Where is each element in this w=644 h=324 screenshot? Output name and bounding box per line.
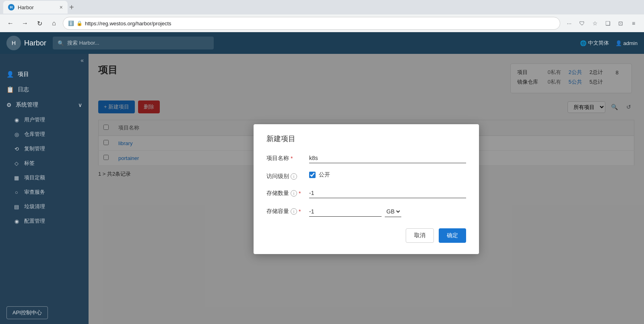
- browser-tab[interactable]: H Harbor ×: [3, 1, 68, 14]
- more-options-button[interactable]: ···: [564, 18, 575, 29]
- bookmark-button[interactable]: ☆: [589, 18, 601, 29]
- new-tab-button[interactable]: +: [69, 3, 74, 12]
- toolbar-actions: ··· 🛡 ☆ ❏ ⊡ ≡: [564, 18, 639, 29]
- storage-limit-info-icon[interactable]: i: [291, 190, 297, 197]
- form-row-storage-capacity: 存储容量 i * KB MB GB TB: [266, 206, 466, 217]
- lock-icon: 🔒: [76, 21, 83, 26]
- sidebar-item-project-quota[interactable]: ▦ 项目定额: [0, 170, 89, 185]
- sidebar-collapse-button[interactable]: «: [0, 54, 89, 67]
- sidebar-item-config[interactable]: ◉ 配置管理: [0, 214, 89, 228]
- storage-unit-select[interactable]: KB MB GB TB: [385, 206, 401, 217]
- sidebar: « 👤 项目 📋 日志 ⚙ 系统管理 ∨ ◉: [0, 54, 89, 324]
- projects-icon: 👤: [6, 71, 14, 78]
- storage-limit-input[interactable]: [309, 188, 466, 198]
- tab-title: Harbor: [18, 4, 56, 10]
- logs-icon: 📋: [6, 86, 14, 93]
- api-btn-container: API控制中心: [0, 301, 89, 324]
- project-name-input[interactable]: [309, 153, 466, 163]
- harbor-logo: H Harbor: [6, 36, 46, 50]
- app-shell: H Harbor 🔍 搜索 Harbor... 🌐 中文简体 👤 admin «…: [0, 32, 644, 324]
- repo-mgmt-icon: ◎: [13, 131, 20, 137]
- modal-title: 新建项目: [266, 134, 466, 144]
- search-placeholder: 搜索 Harbor...: [67, 39, 99, 47]
- search-icon: 🔍: [58, 40, 64, 46]
- forward-button[interactable]: →: [19, 18, 31, 29]
- language-selector[interactable]: 🌐 中文简体: [580, 39, 609, 47]
- user-label: admin: [623, 40, 638, 46]
- sidebar-group-system: ⚙ 系统管理 ∨ ◉ 用户管理 ◎ 仓库管理 ⟲ 复制管理: [0, 97, 89, 228]
- public-checkbox[interactable]: [309, 172, 316, 178]
- project-quota-icon: ▦: [13, 175, 20, 181]
- sidebar-group-system-header[interactable]: ⚙ 系统管理 ∨: [0, 97, 89, 113]
- tab-favicon: H: [8, 4, 14, 10]
- access-level-info-icon[interactable]: i: [291, 173, 297, 180]
- browser-tabs: H Harbor × +: [0, 0, 644, 14]
- sidebar-item-copy-mgmt[interactable]: ⟲ 复制管理: [0, 141, 89, 156]
- menu-button[interactable]: ≡: [628, 18, 639, 29]
- user-mgmt-icon: ◉: [13, 117, 20, 123]
- sidebar-item-projects[interactable]: 👤 项目: [0, 67, 89, 82]
- sidebar-item-labels-label: 标签: [24, 160, 35, 167]
- global-search[interactable]: 🔍 搜索 Harbor...: [53, 37, 214, 49]
- sidebar-item-logs[interactable]: 📋 日志: [0, 82, 89, 97]
- sidebar-item-copy-mgmt-label: 复制管理: [24, 145, 45, 152]
- tab-manager-button[interactable]: ⊡: [615, 18, 626, 29]
- project-name-control: [309, 153, 466, 163]
- sidebar-item-project-quota-label: 项目定额: [24, 174, 45, 181]
- home-button[interactable]: ⌂: [48, 18, 60, 29]
- address-bar[interactable]: ℹ️ 🔒 https://reg.westos.org/harbor/proje…: [63, 17, 560, 30]
- nav-right: 🌐 中文简体 👤 admin: [580, 39, 638, 47]
- api-control-button[interactable]: API控制中心: [6, 306, 48, 319]
- security-icon: ℹ️: [68, 21, 74, 26]
- sidebar-item-labels[interactable]: ◇ 标签: [0, 156, 89, 170]
- reload-button[interactable]: ↻: [34, 18, 45, 29]
- garbage-icon: ▤: [13, 204, 20, 210]
- lang-icon: 🌐: [580, 40, 586, 46]
- sidebar-toggle-button[interactable]: ❏: [602, 18, 613, 29]
- sidebar-item-user-mgmt-label: 用户管理: [24, 116, 45, 123]
- access-level-checkbox-row: 公开: [309, 171, 466, 178]
- sidebar-item-projects-label: 项目: [18, 71, 29, 78]
- lang-label: 中文简体: [588, 39, 609, 47]
- sidebar-item-garbage-label: 垃圾清理: [24, 203, 45, 210]
- tab-close-icon[interactable]: ×: [60, 4, 63, 10]
- storage-capacity-input[interactable]: [309, 207, 382, 217]
- chevron-down-icon: ∨: [78, 102, 82, 108]
- harbor-name: Harbor: [24, 39, 46, 47]
- storage-limit-control: [309, 188, 466, 198]
- confirm-button[interactable]: 确定: [439, 228, 466, 243]
- config-icon: ◉: [13, 218, 20, 224]
- sidebar-item-repo-mgmt-label: 仓库管理: [24, 131, 45, 138]
- access-level-label: 访问级别 i: [266, 171, 303, 180]
- shield-button[interactable]: 🛡: [576, 18, 588, 29]
- required-star2: *: [299, 190, 301, 197]
- storage-capacity-label: 存储容量 i *: [266, 206, 303, 215]
- user-menu[interactable]: 👤 admin: [615, 40, 638, 46]
- cancel-button[interactable]: 取消: [406, 228, 434, 243]
- storage-capacity-info-icon[interactable]: i: [291, 208, 297, 215]
- url-text: https://reg.westos.org/harbor/projects: [85, 21, 171, 27]
- sidebar-item-user-mgmt[interactable]: ◉ 用户管理: [0, 113, 89, 127]
- storage-limit-label: 存储数量 i *: [266, 188, 303, 197]
- sidebar-item-repo-mgmt[interactable]: ◎ 仓库管理: [0, 127, 89, 141]
- required-star: *: [291, 155, 293, 162]
- labels-icon: ◇: [13, 160, 20, 166]
- sidebar-item-garbage[interactable]: ▤ 垃圾清理: [0, 199, 89, 214]
- sidebar-group-title: ⚙ 系统管理: [6, 101, 38, 109]
- browser-toolbar: ← → ↻ ⌂ ℹ️ 🔒 https://reg.westos.org/harb…: [0, 14, 644, 32]
- system-icon: ⚙: [6, 102, 12, 108]
- copy-mgmt-icon: ⟲: [13, 146, 20, 152]
- browser-chrome: H Harbor × + ← → ↻ ⌂ ℹ️ 🔒 https://reg.we…: [0, 0, 644, 32]
- sidebar-group-system-label: 系统管理: [16, 101, 38, 109]
- user-icon: 👤: [615, 40, 622, 46]
- storage-capacity-control: KB MB GB TB: [309, 206, 466, 217]
- main-area: « 👤 项目 📋 日志 ⚙ 系统管理 ∨ ◉: [0, 54, 644, 324]
- back-button[interactable]: ←: [5, 18, 16, 29]
- sidebar-item-audit[interactable]: ○ 审查服务: [0, 185, 89, 199]
- form-row-storage-limit: 存储数量 i *: [266, 188, 466, 198]
- harbor-logo-icon: H: [6, 36, 21, 50]
- sidebar-item-audit-label: 审查服务: [24, 189, 45, 196]
- sidebar-item-logs-label: 日志: [18, 86, 29, 93]
- access-level-control: 公开: [309, 171, 466, 178]
- form-row-project-name: 项目名称 *: [266, 153, 466, 163]
